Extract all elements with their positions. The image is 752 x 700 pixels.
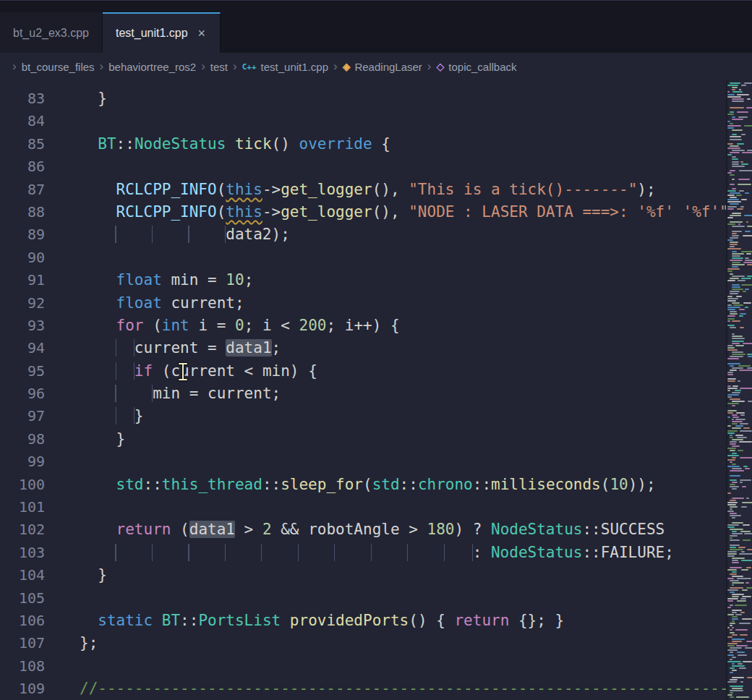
line-number[interactable]: 105 (0, 587, 45, 610)
code-text[interactable]: data2); (45, 223, 290, 246)
line-number[interactable]: 104 (0, 564, 45, 586)
code-line: 89 data2); (0, 223, 752, 246)
line-number[interactable]: 97 (0, 405, 45, 427)
line-number[interactable]: 99 (0, 451, 45, 473)
breadcrumb-item-ReadingLaser[interactable]: ◈ReadingLaser (343, 61, 422, 73)
line-number[interactable]: 85 (0, 133, 45, 155)
code-line: 100 std::this_thread::sleep_for(std::chr… (0, 474, 752, 496)
line-number[interactable]: 109 (0, 678, 45, 700)
line-number[interactable]: 87 (0, 179, 45, 201)
code-text[interactable]: RCLCPP_INFO(this->get_logger(), "NODE : … (45, 201, 752, 223)
code-line: 87 RCLCPP_INFO(this->get_logger(), "This… (0, 179, 752, 201)
line-number[interactable]: 91 (0, 269, 45, 291)
breadcrumb-item-topic_callback[interactable]: ◇topic_callback (437, 61, 517, 73)
code-line: 97 } (0, 405, 752, 427)
line-number[interactable]: 96 (0, 383, 45, 405)
code-text[interactable]: current = data1; (45, 337, 281, 359)
line-number[interactable]: 86 (0, 155, 45, 178)
code-text[interactable]: //--------------------------------------… (45, 678, 752, 700)
code-line: 93 for (int i = 0; i < 200; i++) { (0, 315, 752, 337)
chevron-right-icon: › (201, 59, 205, 74)
tab-bar: bt_u2_ex3.cpptest_unit1.cpp× (0, 0, 752, 53)
code-text[interactable] (45, 247, 80, 269)
breadcrumb-item-test_unit1.cpp[interactable]: C++test_unit1.cpp (242, 61, 328, 73)
code-text[interactable] (45, 110, 80, 132)
code-line: 107}; (0, 632, 752, 654)
class-icon: ◈ (343, 61, 351, 72)
line-number[interactable]: 94 (0, 337, 45, 359)
code-text[interactable]: } (45, 564, 107, 586)
line-number[interactable]: 95 (0, 360, 45, 383)
code-text[interactable]: BT::NodeStatus tick() override { (45, 133, 390, 155)
chevron-right-icon: › (233, 59, 237, 74)
code-text[interactable]: static BT::PortsList providedPorts() { r… (45, 610, 564, 632)
breadcrumb-label: behaviortree_ros2 (108, 61, 196, 73)
line-number[interactable]: 90 (0, 247, 45, 269)
code-editor[interactable]: 83 }8485 BT::NodeStatus tick() override … (0, 80, 752, 700)
line-number[interactable]: 83 (0, 88, 45, 110)
code-text[interactable]: if (current < min) { (45, 360, 317, 383)
tab-label: bt_u2_ex3.cpp (13, 27, 89, 40)
line-number[interactable]: 100 (0, 474, 45, 496)
line-number[interactable]: 98 (0, 428, 45, 451)
code-line: 106 static BT::PortsList providedPorts()… (0, 610, 752, 632)
code-line: 105 (0, 587, 752, 610)
code-text[interactable]: }; (45, 632, 98, 654)
code-text[interactable]: } (45, 88, 107, 110)
code-line: 99 (0, 451, 752, 473)
minimap[interactable] (726, 80, 752, 700)
code-line: 91 float min = 10; (0, 269, 752, 291)
code-text[interactable]: for (int i = 0; i < 200; i++) { (45, 315, 400, 337)
line-number[interactable]: 84 (0, 110, 45, 132)
code-text[interactable]: std::this_thread::sleep_for(std::chrono:… (45, 474, 656, 496)
code-text[interactable] (45, 155, 80, 178)
code-text[interactable] (45, 496, 80, 518)
line-number[interactable]: 102 (0, 518, 45, 541)
code-line: 84 (0, 110, 752, 132)
code-text[interactable]: RCLCPP_INFO(this->get_logger(), "This is… (45, 179, 656, 201)
line-number[interactable]: 93 (0, 315, 45, 337)
code-text[interactable] (45, 655, 80, 678)
code-line: 103 : NodeStatus::FAILURE; (0, 542, 752, 564)
code-line: 109//-----------------------------------… (0, 678, 752, 700)
code-text[interactable]: min = current; (45, 383, 281, 405)
line-number[interactable]: 101 (0, 496, 45, 518)
code-text[interactable]: : NodeStatus::FAILURE; (45, 542, 674, 564)
breadcrumb-label: ReadingLaser (354, 61, 422, 73)
code-line: 108 (0, 655, 752, 678)
tab-close-icon[interactable]: × (197, 26, 208, 41)
code-text[interactable]: } (45, 405, 144, 427)
tab-bt_u2_ex3.cpp[interactable]: bt_u2_ex3.cpp (0, 12, 103, 53)
line-number[interactable]: 92 (0, 292, 45, 315)
line-number[interactable]: 103 (0, 542, 45, 564)
code-text[interactable]: return (data1 > 2 && robotAngle > 180) ?… (45, 518, 665, 541)
line-number[interactable]: 108 (0, 655, 45, 678)
code-text[interactable] (45, 451, 80, 473)
code-line: 102 return (data1 > 2 && robotAngle > 18… (0, 518, 752, 541)
code-text[interactable]: float min = 10; (45, 269, 253, 291)
tab-test_unit1.cpp[interactable]: test_unit1.cpp× (103, 12, 221, 53)
method-icon: ◇ (437, 61, 445, 72)
line-number[interactable]: 88 (0, 201, 45, 223)
code-text[interactable]: float current; (45, 292, 244, 315)
breadcrumb-label: topic_callback (448, 61, 516, 73)
line-number[interactable]: 107 (0, 632, 45, 654)
code-line: 101 (0, 496, 752, 518)
code-line: 85 BT::NodeStatus tick() override { (0, 133, 752, 155)
breadcrumb-item-test[interactable]: test (210, 61, 228, 73)
breadcrumb-label: bt_course_files (22, 61, 95, 73)
breadcrumb-item-behaviortree_ros2[interactable]: behaviortree_ros2 (108, 61, 196, 73)
cpp-file-icon: C++ (242, 62, 257, 72)
code-line: 95 if (current < min) { (0, 360, 752, 383)
code-line: 96 min = current; (0, 383, 752, 405)
code-text[interactable] (45, 587, 80, 610)
chevron-right-icon: › (100, 59, 104, 74)
breadcrumb-label: test (210, 61, 228, 73)
line-number[interactable]: 89 (0, 223, 45, 246)
breadcrumb-item-bt_course_files[interactable]: bt_course_files (22, 61, 95, 73)
code-text[interactable]: } (45, 428, 125, 451)
code-line: 94 current = data1; (0, 337, 752, 359)
breadcrumb-label: test_unit1.cpp (261, 61, 328, 73)
line-number[interactable]: 106 (0, 610, 45, 632)
code-line: 86 (0, 155, 752, 178)
